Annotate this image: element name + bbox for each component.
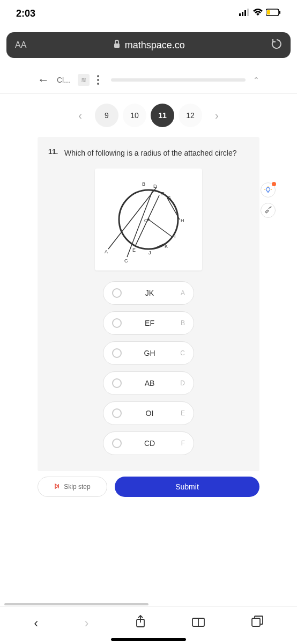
tabs-icon[interactable]: [251, 616, 263, 631]
question-nav: ‹ 9 10 11 12 ›: [0, 94, 297, 137]
radio-icon: [112, 408, 122, 418]
more-icon[interactable]: [97, 75, 99, 85]
option-a[interactable]: JK A: [103, 281, 194, 305]
option-text: JK: [122, 289, 177, 297]
option-f[interactable]: CD F: [103, 431, 194, 455]
browser-back-icon[interactable]: ‹: [34, 616, 38, 631]
option-text: GH: [122, 349, 177, 357]
question-text: Which of following is a radius of the at…: [64, 148, 236, 159]
app-icon[interactable]: ≋: [78, 74, 90, 86]
bottom-actions: Skip step Submit: [0, 471, 297, 507]
hint-icon[interactable]: [261, 182, 276, 197]
lock-icon: [113, 40, 121, 50]
svg-line-29: [153, 244, 165, 249]
address-bar[interactable]: AA mathspace.co: [6, 32, 291, 58]
svg-line-16: [108, 187, 157, 249]
question-body: 11. Which of following is a radius of th…: [38, 137, 259, 471]
question-nav-11[interactable]: 11: [151, 104, 174, 127]
svg-point-8: [266, 188, 270, 192]
svg-text:D: D: [153, 184, 157, 189]
option-letter: F: [177, 440, 185, 447]
radio-icon: [112, 288, 122, 298]
radio-icon: [112, 348, 122, 358]
svg-rect-0: [239, 13, 241, 16]
tools-icon[interactable]: [261, 203, 276, 218]
svg-line-32: [167, 198, 180, 219]
svg-text:B: B: [142, 181, 145, 187]
notification-dot: [272, 182, 276, 186]
collapse-icon[interactable]: ⌃: [253, 76, 259, 84]
skip-icon: [54, 483, 61, 491]
radio-icon: [112, 378, 122, 388]
url-text: mathspace.co: [125, 40, 185, 51]
svg-text:J: J: [148, 250, 151, 255]
question-nav-9[interactable]: 9: [95, 104, 118, 127]
svg-rect-1: [242, 12, 243, 16]
prev-question-icon[interactable]: ‹: [70, 109, 91, 122]
side-tools: [261, 182, 276, 218]
svg-rect-37: [252, 618, 260, 626]
signal-icon: [239, 9, 250, 18]
svg-rect-5: [279, 11, 280, 14]
status-bar: 2:03: [0, 0, 297, 27]
next-question-icon[interactable]: ›: [206, 109, 227, 122]
radio-icon: [112, 438, 122, 448]
option-b[interactable]: EF B: [103, 311, 194, 335]
circle-diagram: O A B C D E F G H I: [95, 169, 202, 270]
option-text: EF: [122, 319, 177, 327]
text-size-button[interactable]: AA: [15, 40, 26, 50]
option-text: OI: [122, 409, 177, 418]
svg-text:C: C: [124, 258, 128, 264]
battery-icon: [266, 9, 281, 18]
svg-text:G: G: [167, 195, 171, 201]
horizontal-scroll-indicator: [4, 603, 148, 605]
option-text: AB: [122, 379, 177, 387]
answer-options: JK A EF B GH C AB D OI E: [38, 281, 259, 455]
question-nav-12[interactable]: 12: [179, 104, 202, 127]
skip-label: Skip step: [64, 483, 90, 491]
question-number: 11.: [48, 148, 58, 156]
share-icon[interactable]: [135, 615, 146, 631]
svg-line-27: [148, 219, 173, 237]
svg-rect-3: [247, 9, 249, 16]
svg-text:H: H: [181, 218, 184, 223]
svg-rect-6: [267, 10, 270, 14]
option-letter: A: [177, 289, 185, 297]
url-container[interactable]: mathspace.co: [26, 40, 271, 51]
submit-label: Submit: [175, 482, 199, 491]
reload-icon[interactable]: [271, 39, 282, 52]
question-nav-10[interactable]: 10: [123, 104, 146, 127]
svg-line-22: [135, 195, 159, 246]
option-letter: E: [177, 409, 185, 417]
option-letter: B: [177, 319, 185, 327]
svg-text:E: E: [132, 247, 136, 253]
svg-text:K: K: [165, 244, 168, 249]
home-indicator[interactable]: [111, 638, 186, 641]
svg-text:F: F: [161, 191, 165, 196]
option-e[interactable]: OI E: [103, 401, 194, 425]
top-nav: ← Cl... ≋ ⌃: [0, 63, 297, 94]
status-icons: [239, 9, 281, 18]
wifi-icon: [253, 9, 263, 18]
question-header: 11. Which of following is a radius of th…: [38, 148, 259, 159]
skip-button[interactable]: Skip step: [38, 477, 107, 497]
bookmarks-icon[interactable]: [192, 616, 205, 631]
svg-rect-2: [244, 10, 246, 16]
radio-icon: [112, 318, 122, 328]
breadcrumb-label[interactable]: Cl...: [57, 76, 70, 84]
option-text: CD: [122, 439, 177, 448]
option-letter: C: [177, 349, 185, 357]
browser-forward-icon[interactable]: ›: [85, 616, 89, 631]
content-area: ← Cl... ≋ ⌃ ‹ 9 10 11 12 › 11. Which of …: [0, 63, 297, 507]
option-letter: D: [177, 379, 185, 387]
option-d[interactable]: AB D: [103, 371, 194, 395]
back-arrow-icon[interactable]: ←: [38, 73, 49, 87]
progress-bar: [111, 78, 246, 82]
option-c[interactable]: GH C: [103, 341, 194, 365]
svg-rect-7: [114, 43, 120, 48]
submit-button[interactable]: Submit: [115, 477, 259, 497]
status-time: 2:03: [16, 8, 35, 19]
svg-text:A: A: [105, 249, 108, 254]
svg-text:I: I: [174, 234, 176, 239]
